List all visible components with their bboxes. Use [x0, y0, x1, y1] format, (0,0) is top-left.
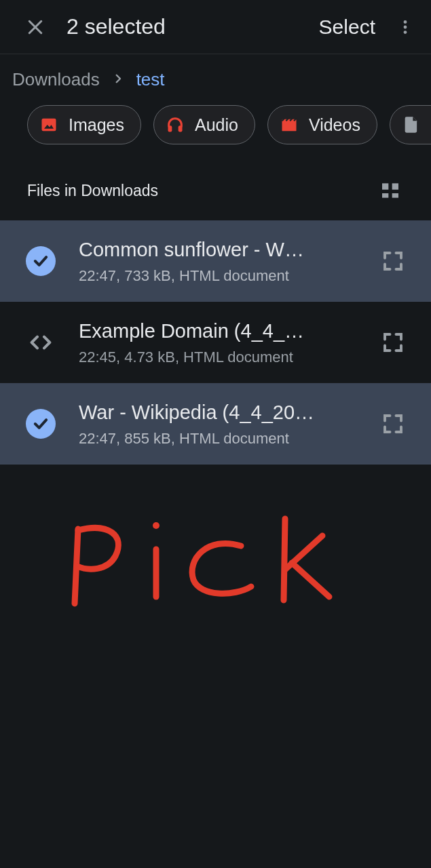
expand-icon[interactable] — [374, 405, 412, 443]
selection-count: 2 selected — [67, 14, 307, 39]
file-text: Example Domain (4_4_… 22:45, 4.73 kB, HT… — [62, 318, 374, 366]
svg-rect-5 — [42, 119, 56, 132]
document-icon — [401, 115, 421, 135]
file-list: Common sunflower - W… 22:47, 733 kB, HTM… — [0, 220, 431, 465]
svg-rect-9 — [382, 183, 388, 189]
svg-point-4 — [404, 31, 407, 34]
file-title: War - Wikipedia (4_4_20… — [79, 399, 367, 426]
file-title: Example Domain (4_4_… — [79, 318, 367, 344]
svg-point-13 — [153, 522, 160, 529]
chevron-right-icon — [112, 71, 124, 89]
checkmark-icon[interactable] — [19, 246, 62, 276]
list-item[interactable]: Example Domain (4_4_… 22:45, 4.73 kB, HT… — [0, 302, 431, 383]
handwritten-annotation — [48, 488, 346, 624]
close-icon[interactable] — [16, 8, 54, 46]
svg-rect-11 — [382, 193, 388, 198]
svg-rect-7 — [168, 125, 172, 132]
list-item[interactable]: Common sunflower - W… 22:47, 733 kB, HTM… — [0, 220, 431, 302]
chip-label: Videos — [309, 115, 360, 135]
chip-label: Images — [69, 115, 124, 135]
file-subtitle: 22:47, 733 kB, HTML document — [79, 267, 367, 285]
select-button[interactable]: Select — [307, 16, 388, 39]
breadcrumb: Downloads test — [0, 54, 431, 105]
expand-icon[interactable] — [374, 323, 412, 361]
chip-documents[interactable]: D — [390, 105, 431, 144]
section-header: Files in Downloads — [0, 144, 431, 220]
section-title: Files in Downloads — [27, 182, 377, 200]
chip-audio[interactable]: Audio — [153, 105, 255, 144]
more-icon[interactable] — [388, 8, 423, 46]
file-text: War - Wikipedia (4_4_20… 22:47, 855 kB, … — [62, 399, 374, 448]
svg-rect-10 — [392, 183, 398, 189]
file-title: Common sunflower - W… — [79, 237, 367, 263]
headphones-icon — [165, 115, 185, 135]
svg-rect-8 — [179, 125, 183, 132]
breadcrumb-root[interactable]: Downloads — [10, 69, 102, 90]
selection-topbar: 2 selected Select — [0, 0, 431, 54]
checkmark-icon[interactable] — [19, 409, 62, 439]
chip-images[interactable]: Images — [27, 105, 141, 144]
video-icon — [279, 115, 299, 135]
image-icon — [39, 115, 59, 135]
chip-videos[interactable]: Videos — [267, 105, 377, 144]
file-subtitle: 22:45, 4.73 kB, HTML document — [79, 349, 367, 366]
expand-icon[interactable] — [374, 242, 412, 280]
breadcrumb-current[interactable]: test — [134, 69, 168, 90]
chip-label: Audio — [195, 115, 238, 135]
file-subtitle: 22:47, 855 kB, HTML document — [79, 430, 367, 448]
svg-rect-12 — [392, 193, 398, 198]
svg-point-2 — [404, 20, 407, 24]
grid-view-icon[interactable] — [377, 177, 404, 204]
list-item[interactable]: War - Wikipedia (4_4_20… 22:47, 855 kB, … — [0, 383, 431, 465]
code-icon[interactable] — [19, 329, 62, 356]
svg-point-3 — [404, 25, 407, 28]
file-text: Common sunflower - W… 22:47, 733 kB, HTM… — [62, 237, 374, 285]
filter-chips: Images Audio Videos D — [0, 105, 431, 144]
